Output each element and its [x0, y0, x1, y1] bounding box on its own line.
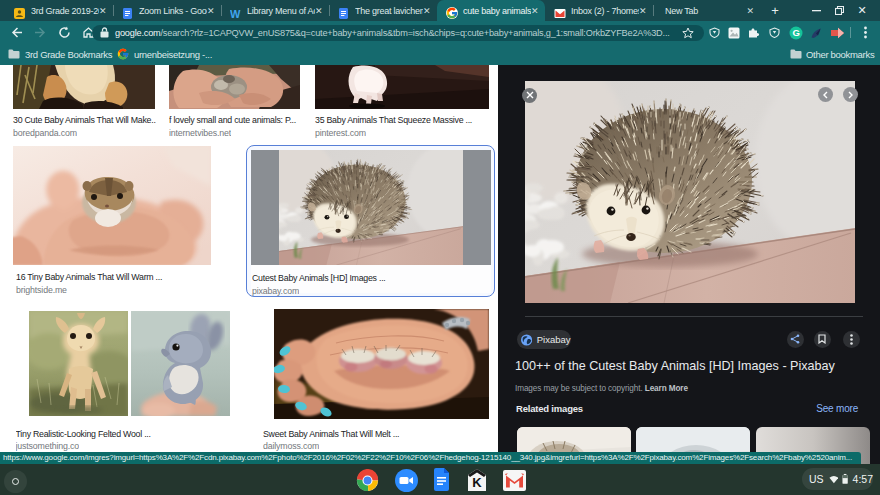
- svg-text:K: K: [472, 474, 482, 489]
- svg-text:G: G: [792, 27, 799, 38]
- svg-text:W: W: [230, 8, 241, 19]
